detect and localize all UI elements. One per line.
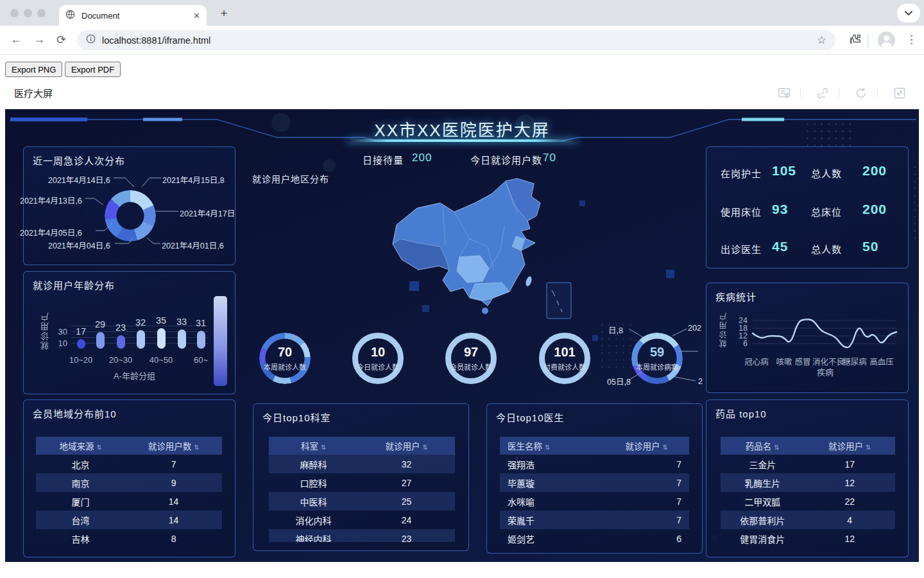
panel-member-region: 会员地域分布前10 地域来源⇅就诊用户数⇅北京7南京9厦门14台湾14吉林8 <box>23 399 235 557</box>
cell-label: 毕蕙璇 <box>500 477 604 489</box>
forward-icon[interactable]: → <box>33 33 45 46</box>
extensions-puzzle-icon[interactable] <box>848 32 862 49</box>
export-png-button[interactable]: Export PNG <box>5 62 62 77</box>
tab-favicon-globe-icon <box>65 10 75 22</box>
toolbar-divider <box>868 33 868 48</box>
sort-icon[interactable]: ⇅ <box>774 444 779 451</box>
back-icon[interactable]: ← <box>10 33 22 46</box>
cell-value: 4 <box>805 515 895 525</box>
cell-value: 12 <box>805 534 895 544</box>
table-row: 厦门14 <box>36 492 222 511</box>
bar <box>77 339 85 349</box>
member-region-table: 地域来源⇅就诊用户数⇅北京7南京9厦门14台湾14吉林8 <box>36 437 222 548</box>
stat-ring: 70本周就诊人数 <box>257 333 313 384</box>
panel-title: 今日top10医生 <box>496 410 565 424</box>
panel-top-departments: 今日top10科室 科室⇅就诊用户⇅麻醉科32口腔科27中医科25消化内科24神… <box>253 403 469 551</box>
cell-value: 7 <box>604 478 689 488</box>
window-close-button[interactable] <box>10 9 19 17</box>
browser-tab[interactable]: Document ✕ <box>59 5 207 26</box>
cell-label: 三金片 <box>721 458 805 471</box>
chevron-down-icon <box>905 11 912 16</box>
site-info-icon[interactable] <box>86 34 96 46</box>
tab-search-button[interactable] <box>897 4 920 22</box>
donut-label: 2021年4月14日,6 <box>48 173 110 186</box>
column-header[interactable]: 药品名⇅ <box>721 439 805 452</box>
sort-icon[interactable]: ⇅ <box>545 444 550 451</box>
link-icon[interactable] <box>816 86 830 100</box>
url-bar[interactable]: localhost:8881/iframe.html ☆ <box>77 30 835 50</box>
bar-value: 33 <box>171 317 193 327</box>
bar <box>137 330 145 349</box>
stat-ring: 10今日就诊人数 <box>350 333 406 384</box>
panel-emergency-week: 近一周急诊人次分布 2021年4月14日,6 2021年4月15日,8 2021… <box>23 146 235 265</box>
bookmark-star-icon[interactable]: ☆ <box>817 33 826 47</box>
kpi-value: 70 <box>543 152 556 164</box>
ring-value: 10 <box>371 345 385 360</box>
profile-avatar[interactable] <box>878 31 895 49</box>
tab-close-icon[interactable]: ✕ <box>193 11 200 21</box>
window-zoom-button[interactable] <box>37 9 46 17</box>
cell-value: 7 <box>604 496 689 507</box>
table-row: 口腔科27 <box>269 473 455 492</box>
y-tick: 10 <box>51 338 67 348</box>
column-header[interactable]: 医生名称⇅ <box>500 439 604 452</box>
page-title: 医疗大屏 <box>14 86 53 100</box>
bar-value: 29 <box>89 319 111 329</box>
reload-icon[interactable]: ⟳ <box>56 33 66 47</box>
column-header[interactable]: 就诊用户⇅ <box>805 439 895 452</box>
top-departments-table: 科室⇅就诊用户⇅麻醉科32口腔科27中医科25消化内科24神经内科23 <box>269 437 455 542</box>
cell-label: 健胃消食片 <box>721 532 805 545</box>
y-axis-label: 就诊用户 <box>39 311 51 350</box>
bar-value: 32 <box>130 317 151 328</box>
column-header[interactable]: 就诊用户数⇅ <box>125 439 222 452</box>
cell-label: 强翔浩 <box>500 458 604 471</box>
refresh-icon[interactable] <box>854 86 868 100</box>
donut-label: 2021年4月04日,6 <box>48 239 110 251</box>
sort-icon[interactable]: ⇅ <box>96 444 101 451</box>
column-header[interactable]: 科室⇅ <box>269 439 358 452</box>
browser-toolbar: ← → ⟳ localhost:8881/iframe.html ☆ ⋮ <box>0 26 924 55</box>
column-header[interactable]: 就诊用户⇅ <box>358 439 455 452</box>
y-tick: 6 <box>731 339 748 348</box>
ring-label: 会员就诊人数 <box>450 362 492 372</box>
sort-icon[interactable]: ⇅ <box>321 444 326 451</box>
donut-label: 2021年4月05日,6 <box>20 226 82 238</box>
browser-menu-kebab-icon[interactable]: ⋮ <box>906 33 917 46</box>
table-row: 毕蕙璇7 <box>500 473 689 492</box>
cell-label: 水咪喻 <box>500 495 604 508</box>
donut-label: 2021年4月15日,8 <box>162 173 225 186</box>
panel-top-doctors: 今日top10医生 医生名称⇅就诊用户⇅强翔浩7毕蕙璇7水咪喻7荣胤千7姬剑艺6 <box>486 403 703 554</box>
header-divider <box>877 87 878 98</box>
page-content: Export PNG Export PDF 医疗大屏 <box>0 55 924 578</box>
sort-icon[interactable]: ⇅ <box>194 444 199 451</box>
table-row: 台湾14 <box>36 511 222 529</box>
cell-label: 台湾 <box>36 514 125 527</box>
panel-age-distribution: 就诊用户年龄分布 30101729233235333110~2020~3040~… <box>23 271 235 394</box>
cell-value: 7 <box>125 459 222 469</box>
cell-label: 口腔科 <box>269 477 358 489</box>
sort-icon[interactable]: ⇅ <box>866 444 871 451</box>
sort-icon[interactable]: ⇅ <box>422 444 427 451</box>
sort-icon[interactable]: ⇅ <box>662 444 667 451</box>
table-row: 乳酶生片12 <box>721 473 895 492</box>
bar <box>117 335 125 349</box>
column-header[interactable]: 就诊用户⇅ <box>604 439 689 452</box>
export-pdf-button[interactable]: Export PDF <box>65 62 121 77</box>
tab-title: Document <box>81 11 193 21</box>
fullscreen-icon[interactable] <box>893 86 907 100</box>
filter-document-icon[interactable] <box>777 86 791 100</box>
panel-top-drugs: 药品 top10 药品名⇅就诊用户⇅三金片17乳酶生片12二甲双胍22依那普利片… <box>706 399 909 557</box>
bar <box>197 331 205 349</box>
cell-label: 吉林 <box>36 532 125 545</box>
new-tab-button[interactable]: + <box>216 6 232 21</box>
visualmap-gradient-legend[interactable] <box>214 296 227 386</box>
column-header[interactable]: 地域来源⇅ <box>36 439 125 452</box>
table-row: 姬剑艺6 <box>500 529 689 548</box>
window-minimize-button[interactable] <box>24 9 32 17</box>
stat-ring: 101付费就诊人数 <box>536 333 593 384</box>
cell-label: 荣胤千 <box>500 514 604 527</box>
cell-label: 麻醉科 <box>269 458 358 471</box>
cell-label: 二甲双胍 <box>721 495 805 508</box>
donut-label: 2021年4月01日,6 <box>162 239 224 251</box>
kpi-label: 日接待量 <box>363 153 404 166</box>
